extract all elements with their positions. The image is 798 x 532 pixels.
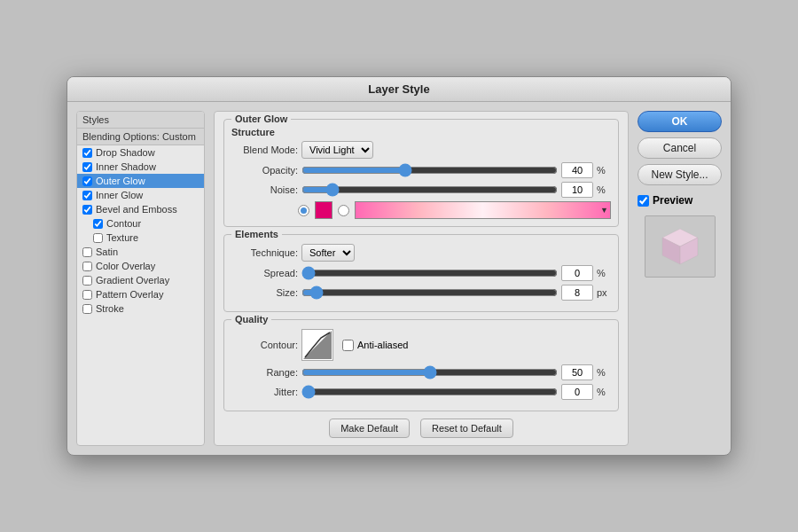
range-slider-container	[301, 366, 558, 379]
layer-item-bevel-emboss[interactable]: Bevel and Emboss	[77, 202, 204, 216]
new-style-button[interactable]: New Style...	[638, 164, 722, 185]
size-slider-container	[301, 286, 558, 299]
noise-unit: %	[597, 184, 611, 195]
size-label: Size:	[231, 287, 298, 298]
reset-default-button[interactable]: Reset to Default	[420, 419, 513, 438]
anti-alias-row: Anti-aliased	[342, 340, 408, 351]
drop-shadow-checkbox[interactable]	[82, 148, 92, 158]
layer-item-stroke[interactable]: Stroke	[77, 301, 204, 316]
bevel-emboss-checkbox[interactable]	[82, 205, 92, 215]
technique-row: Technique: Softer	[231, 244, 611, 262]
spread-unit: %	[597, 268, 611, 278]
bottom-buttons: Make Default Reset to Default	[223, 419, 619, 438]
preview-box	[645, 215, 716, 278]
noise-row: Noise: %	[231, 182, 611, 198]
layer-item-inner-glow[interactable]: Inner Glow	[77, 188, 204, 202]
stroke-checkbox[interactable]	[82, 304, 92, 314]
jitter-input[interactable]	[561, 384, 593, 400]
ok-button[interactable]: OK	[638, 111, 722, 132]
dialog-body: Styles Blending Options: Custom Drop Sha…	[67, 102, 731, 455]
layer-item-contour[interactable]: Contour	[77, 216, 204, 231]
inner-glow-checkbox[interactable]	[82, 191, 92, 200]
layer-item-inner-shadow[interactable]: Inner Shadow	[77, 160, 204, 174]
range-label: Range:	[231, 367, 298, 378]
contour-label: Contour:	[231, 340, 298, 350]
texture-checkbox[interactable]	[93, 233, 103, 243]
layer-item-satin[interactable]: Satin	[77, 245, 204, 259]
layer-item-outer-glow[interactable]: Outer Glow	[77, 174, 204, 188]
pattern-overlay-checkbox[interactable]	[82, 290, 92, 300]
outer-glow-section: Outer Glow Structure Blend Mode: Vivid L…	[223, 119, 619, 227]
preview-label-row: Preview	[638, 194, 722, 207]
opacity-input[interactable]	[561, 162, 593, 178]
blend-mode-row: Blend Mode: Vivid Light	[231, 141, 611, 159]
noise-slider-container	[301, 184, 558, 196]
make-default-button[interactable]: Make Default	[329, 419, 410, 438]
color-radio[interactable]	[298, 205, 309, 216]
layer-item-pattern-overlay[interactable]: Pattern Overlay	[77, 287, 204, 301]
size-row: Size: px	[231, 285, 611, 301]
contour-checkbox[interactable]	[93, 219, 103, 229]
opacity-unit: %	[597, 165, 611, 176]
opacity-row: Opacity: %	[231, 162, 611, 178]
cancel-button[interactable]: Cancel	[638, 137, 722, 159]
gradient-swatch[interactable]: ▼	[355, 201, 611, 219]
spread-slider[interactable]	[301, 267, 558, 279]
technique-select[interactable]: Softer	[301, 244, 355, 262]
outer-glow-checkbox[interactable]	[82, 176, 92, 186]
blend-mode-label: Blend Mode:	[231, 145, 298, 155]
jitter-slider[interactable]	[301, 386, 558, 398]
blend-mode-select[interactable]: Vivid Light	[301, 141, 373, 159]
layer-style-dialog: Layer Style Styles Blending Options: Cus…	[66, 76, 732, 456]
main-panel: Outer Glow Structure Blend Mode: Vivid L…	[214, 111, 629, 446]
contour-box[interactable]	[301, 329, 333, 361]
outer-glow-label: Outer Glow	[231, 113, 291, 124]
range-row: Range: %	[231, 364, 611, 380]
range-input[interactable]	[561, 364, 593, 380]
left-panel: Styles Blending Options: Custom Drop Sha…	[76, 111, 205, 446]
range-unit: %	[597, 367, 611, 378]
color-overlay-checkbox[interactable]	[82, 262, 92, 271]
elements-section: Elements Technique: Softer Spread: %	[223, 234, 619, 312]
dialog-title: Layer Style	[67, 77, 731, 102]
satin-checkbox[interactable]	[82, 247, 92, 257]
color-swatch[interactable]	[315, 201, 332, 219]
quality-label: Quality	[231, 314, 271, 325]
right-buttons: OK Cancel New Style... Preview	[638, 111, 722, 446]
gradient-radio[interactable]	[338, 205, 349, 216]
spread-slider-container	[301, 267, 558, 279]
jitter-slider-container	[301, 386, 558, 398]
contour-row: Contour: Anti-aliased	[231, 329, 611, 361]
spread-input[interactable]	[561, 265, 593, 281]
layer-item-drop-shadow[interactable]: Drop Shadow	[77, 145, 204, 160]
jitter-unit: %	[597, 387, 611, 397]
size-slider[interactable]	[301, 286, 558, 299]
noise-slider[interactable]	[301, 184, 558, 196]
opacity-label: Opacity:	[231, 165, 298, 176]
blending-options-item[interactable]: Blending Options: Custom	[77, 129, 204, 145]
inner-shadow-checkbox[interactable]	[82, 162, 92, 172]
layer-item-color-overlay[interactable]: Color Overlay	[77, 259, 204, 273]
anti-alias-checkbox[interactable]	[342, 340, 354, 351]
structure-label: Structure	[231, 127, 611, 137]
size-unit: px	[597, 287, 611, 298]
anti-alias-label: Anti-aliased	[357, 340, 408, 350]
quality-section: Quality Contour: Anti-aliased	[223, 319, 619, 411]
preview-label: Preview	[653, 194, 692, 207]
range-slider[interactable]	[301, 366, 558, 379]
preview-cube-svg	[658, 224, 702, 269]
structure-subsection: Structure Blend Mode: Vivid Light Opacit…	[231, 127, 611, 219]
preview-checkbox[interactable]	[638, 195, 649, 207]
color-row: ▼	[231, 201, 611, 219]
noise-label: Noise:	[231, 184, 298, 195]
opacity-slider[interactable]	[301, 164, 558, 176]
gradient-overlay-checkbox[interactable]	[82, 276, 92, 286]
spread-label: Spread:	[231, 268, 298, 278]
layer-item-texture[interactable]: Texture	[77, 231, 204, 245]
technique-label: Technique:	[231, 247, 298, 258]
noise-input[interactable]	[561, 182, 593, 198]
elements-label: Elements	[231, 229, 282, 239]
layer-item-gradient-overlay[interactable]: Gradient Overlay	[77, 273, 204, 287]
styles-header[interactable]: Styles	[77, 112, 204, 129]
size-input[interactable]	[561, 285, 593, 301]
